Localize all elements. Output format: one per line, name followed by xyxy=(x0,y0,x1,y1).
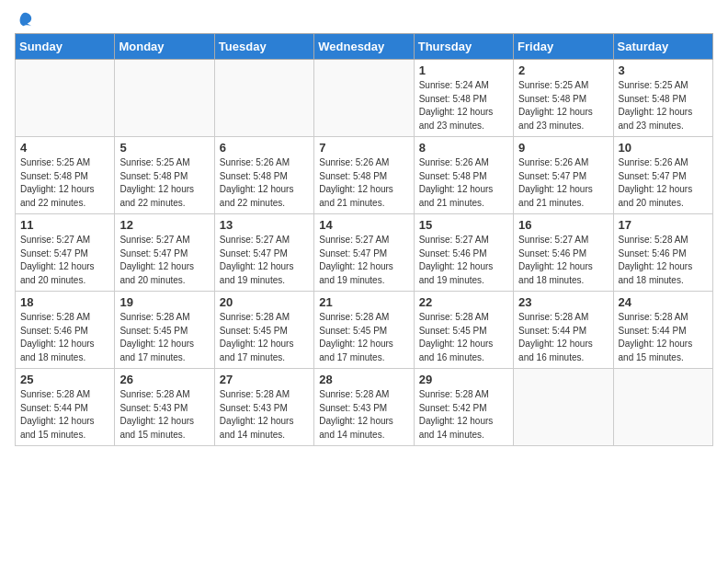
day-info: Sunrise: 5:26 AMSunset: 5:48 PMDaylight:… xyxy=(220,156,309,210)
header-day-friday: Friday xyxy=(514,34,613,60)
calendar-cell: 26Sunrise: 5:28 AMSunset: 5:43 PMDayligh… xyxy=(115,369,214,446)
calendar-cell: 4Sunrise: 5:25 AMSunset: 5:48 PMDaylight… xyxy=(16,137,115,214)
calendar-cell xyxy=(314,60,414,137)
day-info: Sunrise: 5:28 AMSunset: 5:45 PMDaylight:… xyxy=(220,311,309,364)
day-number: 16 xyxy=(518,218,608,232)
day-number: 27 xyxy=(220,373,309,386)
calendar-cell: 13Sunrise: 5:27 AMSunset: 5:47 PMDayligh… xyxy=(214,214,313,292)
day-number: 17 xyxy=(619,218,708,232)
day-info: Sunrise: 5:28 AMSunset: 5:43 PMDaylight:… xyxy=(119,388,209,442)
header-day-sunday: Sunday xyxy=(16,34,115,60)
calendar-cell: 6Sunrise: 5:26 AMSunset: 5:48 PMDaylight… xyxy=(214,137,313,214)
calendar-cell: 18Sunrise: 5:28 AMSunset: 5:46 PMDayligh… xyxy=(16,292,115,369)
day-number: 4 xyxy=(20,141,109,155)
day-number: 11 xyxy=(20,218,109,232)
day-info: Sunrise: 5:27 AMSunset: 5:46 PMDaylight:… xyxy=(419,234,508,287)
logo xyxy=(15,18,33,26)
day-number: 6 xyxy=(220,141,309,155)
calendar-cell: 8Sunrise: 5:26 AMSunset: 5:48 PMDaylight… xyxy=(414,137,513,214)
day-info: Sunrise: 5:28 AMSunset: 5:44 PMDaylight:… xyxy=(619,311,708,364)
day-info: Sunrise: 5:27 AMSunset: 5:46 PMDaylight:… xyxy=(518,234,608,287)
calendar-cell: 21Sunrise: 5:28 AMSunset: 5:45 PMDayligh… xyxy=(314,292,414,369)
day-info: Sunrise: 5:26 AMSunset: 5:48 PMDaylight:… xyxy=(319,156,408,210)
calendar-cell: 17Sunrise: 5:28 AMSunset: 5:46 PMDayligh… xyxy=(613,214,712,292)
day-info: Sunrise: 5:27 AMSunset: 5:47 PMDaylight:… xyxy=(119,234,209,287)
day-number: 22 xyxy=(419,295,508,309)
day-number: 2 xyxy=(518,63,608,77)
calendar-week-1: 1Sunrise: 5:24 AMSunset: 5:48 PMDaylight… xyxy=(16,60,713,137)
day-number: 7 xyxy=(319,141,408,155)
day-info: Sunrise: 5:25 AMSunset: 5:48 PMDaylight:… xyxy=(20,156,109,210)
header-day-thursday: Thursday xyxy=(414,34,513,60)
calendar-cell: 5Sunrise: 5:25 AMSunset: 5:48 PMDaylight… xyxy=(115,137,214,214)
day-info: Sunrise: 5:27 AMSunset: 5:47 PMDaylight:… xyxy=(220,234,309,287)
calendar-cell: 25Sunrise: 5:28 AMSunset: 5:44 PMDayligh… xyxy=(16,369,115,446)
calendar-cell: 9Sunrise: 5:26 AMSunset: 5:47 PMDaylight… xyxy=(514,137,613,214)
day-info: Sunrise: 5:28 AMSunset: 5:46 PMDaylight:… xyxy=(619,234,708,287)
header-day-tuesday: Tuesday xyxy=(214,34,313,60)
day-number: 29 xyxy=(419,373,508,386)
day-number: 12 xyxy=(119,218,209,232)
day-number: 24 xyxy=(619,295,708,309)
day-number: 14 xyxy=(319,218,408,232)
day-info: Sunrise: 5:27 AMSunset: 5:47 PMDaylight:… xyxy=(20,234,109,287)
calendar-cell: 15Sunrise: 5:27 AMSunset: 5:46 PMDayligh… xyxy=(414,214,513,292)
day-number: 25 xyxy=(20,373,109,386)
day-info: Sunrise: 5:28 AMSunset: 5:43 PMDaylight:… xyxy=(319,388,408,442)
day-info: Sunrise: 5:28 AMSunset: 5:45 PMDaylight:… xyxy=(119,311,209,364)
day-number: 5 xyxy=(119,141,209,155)
calendar-week-3: 11Sunrise: 5:27 AMSunset: 5:47 PMDayligh… xyxy=(16,214,713,292)
calendar-body: 1Sunrise: 5:24 AMSunset: 5:48 PMDaylight… xyxy=(16,60,713,446)
day-number: 28 xyxy=(319,373,408,386)
calendar-cell: 20Sunrise: 5:28 AMSunset: 5:45 PMDayligh… xyxy=(214,292,313,369)
header-day-monday: Monday xyxy=(115,34,214,60)
day-number: 15 xyxy=(419,218,508,232)
calendar-cell: 3Sunrise: 5:25 AMSunset: 5:48 PMDaylight… xyxy=(613,60,712,137)
day-number: 19 xyxy=(119,295,209,309)
calendar-week-5: 25Sunrise: 5:28 AMSunset: 5:44 PMDayligh… xyxy=(16,369,713,446)
day-info: Sunrise: 5:28 AMSunset: 5:45 PMDaylight:… xyxy=(319,311,408,364)
logo-bird-icon xyxy=(17,11,33,28)
calendar-cell: 12Sunrise: 5:27 AMSunset: 5:47 PMDayligh… xyxy=(115,214,214,292)
day-info: Sunrise: 5:25 AMSunset: 5:48 PMDaylight:… xyxy=(518,79,608,132)
calendar-header-row: SundayMondayTuesdayWednesdayThursdayFrid… xyxy=(16,34,713,60)
calendar-cell xyxy=(16,60,115,137)
day-number: 8 xyxy=(419,141,508,155)
day-number: 9 xyxy=(518,141,608,155)
calendar-week-4: 18Sunrise: 5:28 AMSunset: 5:46 PMDayligh… xyxy=(16,292,713,369)
calendar-cell: 19Sunrise: 5:28 AMSunset: 5:45 PMDayligh… xyxy=(115,292,214,369)
day-number: 26 xyxy=(119,373,209,386)
calendar-cell xyxy=(514,369,613,446)
day-info: Sunrise: 5:26 AMSunset: 5:47 PMDaylight:… xyxy=(619,156,708,210)
day-info: Sunrise: 5:24 AMSunset: 5:48 PMDaylight:… xyxy=(419,79,508,132)
day-info: Sunrise: 5:26 AMSunset: 5:48 PMDaylight:… xyxy=(419,156,508,210)
day-number: 13 xyxy=(220,218,309,232)
day-info: Sunrise: 5:28 AMSunset: 5:46 PMDaylight:… xyxy=(20,311,109,364)
calendar-cell: 7Sunrise: 5:26 AMSunset: 5:48 PMDaylight… xyxy=(314,137,414,214)
day-number: 3 xyxy=(619,63,708,77)
calendar-cell: 23Sunrise: 5:28 AMSunset: 5:44 PMDayligh… xyxy=(514,292,613,369)
day-info: Sunrise: 5:28 AMSunset: 5:45 PMDaylight:… xyxy=(419,311,508,364)
calendar-table: SundayMondayTuesdayWednesdayThursdayFrid… xyxy=(15,33,713,446)
calendar-cell xyxy=(214,60,313,137)
day-info: Sunrise: 5:26 AMSunset: 5:47 PMDaylight:… xyxy=(518,156,608,210)
day-number: 20 xyxy=(220,295,309,309)
page-header xyxy=(15,15,713,26)
calendar-cell: 29Sunrise: 5:28 AMSunset: 5:42 PMDayligh… xyxy=(414,369,513,446)
calendar-cell: 2Sunrise: 5:25 AMSunset: 5:48 PMDaylight… xyxy=(514,60,613,137)
calendar-cell: 27Sunrise: 5:28 AMSunset: 5:43 PMDayligh… xyxy=(214,369,313,446)
day-info: Sunrise: 5:28 AMSunset: 5:44 PMDaylight:… xyxy=(20,388,109,442)
calendar-cell: 14Sunrise: 5:27 AMSunset: 5:47 PMDayligh… xyxy=(314,214,414,292)
day-info: Sunrise: 5:28 AMSunset: 5:44 PMDaylight:… xyxy=(518,311,608,364)
day-number: 10 xyxy=(619,141,708,155)
calendar-cell: 16Sunrise: 5:27 AMSunset: 5:46 PMDayligh… xyxy=(514,214,613,292)
day-info: Sunrise: 5:25 AMSunset: 5:48 PMDaylight:… xyxy=(119,156,209,210)
day-number: 21 xyxy=(319,295,408,309)
calendar-cell: 24Sunrise: 5:28 AMSunset: 5:44 PMDayligh… xyxy=(613,292,712,369)
header-day-wednesday: Wednesday xyxy=(314,34,414,60)
day-info: Sunrise: 5:28 AMSunset: 5:42 PMDaylight:… xyxy=(419,388,508,442)
day-info: Sunrise: 5:28 AMSunset: 5:43 PMDaylight:… xyxy=(220,388,309,442)
calendar-week-2: 4Sunrise: 5:25 AMSunset: 5:48 PMDaylight… xyxy=(16,137,713,214)
calendar-cell: 10Sunrise: 5:26 AMSunset: 5:47 PMDayligh… xyxy=(613,137,712,214)
calendar-cell: 22Sunrise: 5:28 AMSunset: 5:45 PMDayligh… xyxy=(414,292,513,369)
